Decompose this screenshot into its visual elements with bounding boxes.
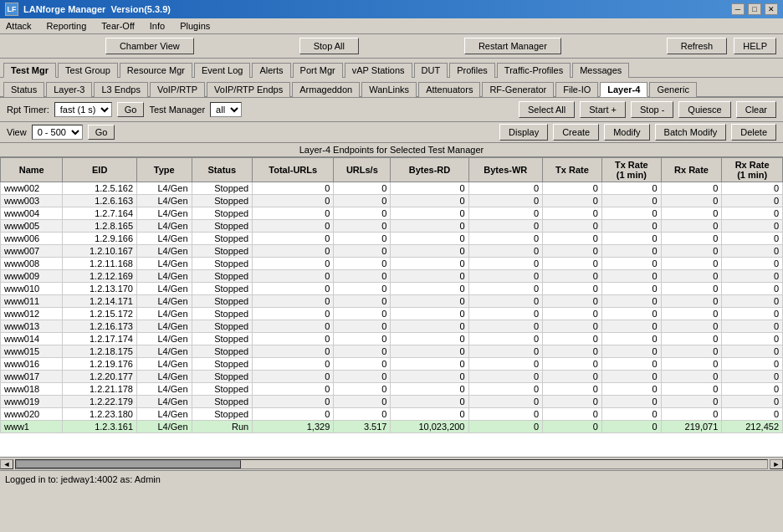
- menu-plugins[interactable]: Plugins: [177, 20, 212, 32]
- title-bar: LF LANforge Manager Version(5.3.9) ─ □ ✕: [0, 0, 783, 18]
- subtab-layer4[interactable]: Layer-4: [600, 82, 647, 97]
- rpt-timer-select[interactable]: fast (1 s): [54, 102, 112, 117]
- col-type: Type: [137, 158, 192, 182]
- subtab-voip-rtp[interactable]: VoIP/RTP: [150, 82, 205, 97]
- tab-dut[interactable]: DUT: [414, 63, 448, 78]
- table-row[interactable]: www0101.2.13.170L4/GenStopped00000000: [1, 283, 783, 295]
- table-header-row: Name EID Type Status Total-URLs URLs/s B…: [1, 158, 783, 182]
- refresh-button[interactable]: Refresh: [667, 38, 728, 54]
- go-button2[interactable]: Go: [88, 125, 115, 140]
- select-all-button[interactable]: Select All: [519, 101, 575, 118]
- tab-test-mgr[interactable]: Test Mgr: [3, 63, 56, 78]
- table-row[interactable]: www11.2.3.161L4/GenRun1,3293.51710,023,2…: [1, 421, 783, 433]
- view-select[interactable]: 0 - 500: [32, 125, 83, 140]
- subtab-layer3[interactable]: Layer-3: [46, 82, 92, 97]
- col-urls-s: URLs/s: [334, 158, 391, 182]
- table-row[interactable]: www0051.2.8.165L4/GenStopped00000000: [1, 220, 783, 233]
- scrollbar-thumb[interactable]: [16, 460, 241, 468]
- table-row[interactable]: www0111.2.14.171L4/GenStopped00000000: [1, 295, 783, 308]
- app-version: Version(5.3.9): [110, 4, 171, 14]
- table-row[interactable]: www0181.2.21.178L4/GenStopped00000000: [1, 383, 783, 396]
- subtab-attenuators[interactable]: Attenuators: [418, 82, 480, 97]
- table-container[interactable]: Name EID Type Status Total-URLs URLs/s B…: [0, 157, 783, 457]
- col-tx-rate: Tx Rate: [543, 158, 602, 182]
- controls-row1: Rpt Timer: fast (1 s) Go Test Manager al…: [0, 98, 783, 122]
- app-title: LANforge Manager: [23, 4, 105, 14]
- start-plus-button[interactable]: Start +: [580, 101, 626, 118]
- table-row[interactable]: www0121.2.15.172L4/GenStopped00000000: [1, 308, 783, 320]
- minimize-button[interactable]: ─: [731, 3, 745, 15]
- primary-tabs: Test Mgr Test Group Resource Mgr Event L…: [0, 59, 783, 78]
- subtab-armageddon[interactable]: Armageddon: [292, 82, 360, 97]
- table-row[interactable]: www0091.2.12.169L4/GenStopped00000000: [1, 270, 783, 283]
- stop-all-button[interactable]: Stop All: [299, 38, 359, 54]
- table-row[interactable]: www0041.2.7.164L4/GenStopped00000000: [1, 207, 783, 220]
- col-name: Name: [1, 158, 63, 182]
- table-row[interactable]: www0071.2.10.167L4/GenStopped00000000: [1, 245, 783, 258]
- rpt-timer-label: Rpt Timer:: [7, 105, 49, 115]
- col-rx-rate: Rx Rate: [661, 158, 722, 182]
- table-row[interactable]: www0141.2.17.174L4/GenStopped00000000: [1, 333, 783, 345]
- col-tx-rate-1min: Tx Rate(1 min): [601, 158, 661, 182]
- table-row[interactable]: www0171.2.20.177L4/GenStopped00000000: [1, 371, 783, 383]
- tab-alerts[interactable]: Alerts: [252, 63, 290, 78]
- secondary-tabs: Status Layer-3 L3 Endps VoIP/RTP VoIP/RT…: [0, 78, 783, 98]
- tab-traffic-profiles[interactable]: Traffic-Profiles: [497, 63, 571, 78]
- tab-messages[interactable]: Messages: [572, 63, 629, 78]
- section-title: Layer-4 Endpoints for Selected Test Mana…: [0, 143, 783, 157]
- create-button[interactable]: Create: [553, 124, 599, 141]
- tab-event-log[interactable]: Event Log: [194, 63, 251, 78]
- col-bytes-rd: Bytes-RD: [391, 158, 468, 182]
- table-row[interactable]: www0021.2.5.162L4/GenStopped00000000: [1, 182, 783, 195]
- col-bytes-wr: Bytes-WR: [468, 158, 543, 182]
- scroll-right-button[interactable]: ►: [770, 459, 783, 469]
- stop-button[interactable]: Stop -: [631, 101, 673, 118]
- tab-profiles[interactable]: Profiles: [449, 63, 495, 78]
- clear-button[interactable]: Clear: [736, 101, 776, 118]
- go-button1[interactable]: Go: [117, 102, 145, 117]
- menu-attack[interactable]: Attack: [3, 20, 34, 32]
- tab-test-group[interactable]: Test Group: [58, 63, 118, 78]
- quiesce-button[interactable]: Quiesce: [678, 101, 730, 118]
- table-row[interactable]: www0151.2.18.175L4/GenStopped00000000: [1, 345, 783, 358]
- table-row[interactable]: www0031.2.6.163L4/GenStopped00000000: [1, 195, 783, 207]
- menu-bar: Attack Reporting Tear-Off Info Plugins: [0, 18, 783, 34]
- chamber-view-button[interactable]: Chamber View: [105, 38, 194, 54]
- tab-port-mgr[interactable]: Port Mgr: [293, 63, 343, 78]
- close-button[interactable]: ✕: [765, 3, 778, 15]
- menu-info[interactable]: Info: [147, 20, 167, 32]
- tab-resource-mgr[interactable]: Resource Mgr: [120, 63, 192, 78]
- status-bar: Logged in to: jedway1:4002 as: Admin: [0, 470, 783, 487]
- batch-modify-button[interactable]: Batch Modify: [655, 124, 727, 141]
- test-manager-label: Test Manager: [149, 105, 205, 115]
- restart-manager-button[interactable]: Restart Manager: [464, 38, 561, 54]
- subtab-status[interactable]: Status: [3, 82, 44, 97]
- display-button[interactable]: Display: [499, 124, 548, 141]
- controls-row2: View 0 - 500 Go Display Create Modify Ba…: [0, 122, 783, 143]
- modify-button[interactable]: Modify: [604, 124, 649, 141]
- status-text: Logged in to: jedway1:4002 as: Admin: [5, 474, 161, 484]
- horizontal-scrollbar[interactable]: ◄ ►: [0, 457, 783, 470]
- table-row[interactable]: www0161.2.19.176L4/GenStopped00000000: [1, 358, 783, 371]
- delete-button[interactable]: Delete: [731, 124, 776, 141]
- help-button[interactable]: HELP: [734, 38, 776, 54]
- subtab-voip-rtp-endps[interactable]: VoIP/RTP Endps: [207, 82, 290, 97]
- scrollbar-track[interactable]: [15, 459, 768, 469]
- tab-vap-stations[interactable]: vAP Stations: [345, 63, 412, 78]
- subtab-generic[interactable]: Generic: [649, 82, 697, 97]
- test-manager-select[interactable]: all: [210, 102, 242, 117]
- subtab-file-io[interactable]: File-IO: [555, 82, 598, 97]
- table-row[interactable]: www0061.2.9.166L4/GenStopped00000000: [1, 233, 783, 245]
- subtab-l3-endps[interactable]: L3 Endps: [94, 82, 147, 97]
- table-row[interactable]: www0201.2.23.180L4/GenStopped00000000: [1, 408, 783, 421]
- menu-reporting[interactable]: Reporting: [44, 20, 90, 32]
- subtab-wanlinks[interactable]: WanLinks: [361, 82, 417, 97]
- subtab-rf-generator[interactable]: RF-Generator: [482, 82, 554, 97]
- table-row[interactable]: www0191.2.22.179L4/GenStopped00000000: [1, 396, 783, 408]
- menu-tear-off[interactable]: Tear-Off: [99, 20, 137, 32]
- table-row[interactable]: www0081.2.11.168L4/GenStopped00000000: [1, 258, 783, 270]
- scroll-left-button[interactable]: ◄: [0, 459, 13, 469]
- maximize-button[interactable]: □: [748, 3, 761, 15]
- title-bar-controls: ─ □ ✕: [731, 3, 778, 15]
- table-row[interactable]: www0131.2.16.173L4/GenStopped00000000: [1, 320, 783, 333]
